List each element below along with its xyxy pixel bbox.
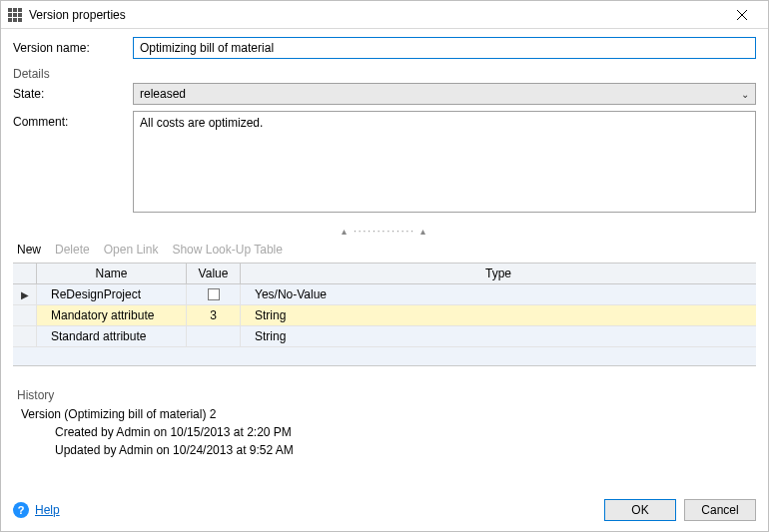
cell-type: String: [241, 326, 756, 346]
ok-button[interactable]: OK: [604, 499, 676, 521]
table-row[interactable]: Standard attributeString: [13, 326, 756, 347]
toolbar-delete: Delete: [55, 243, 90, 257]
grid-header-value[interactable]: Value: [187, 264, 241, 283]
svg-rect-2: [18, 8, 22, 12]
app-icon: [7, 7, 23, 23]
close-icon: [737, 10, 747, 20]
toolbar-open-link: Open Link: [104, 243, 159, 257]
grid-toolbar: New Delete Open Link Show Look-Up Table: [13, 239, 756, 263]
svg-rect-1: [13, 8, 17, 12]
state-select[interactable]: released ⌄: [133, 83, 756, 105]
chevron-down-icon: ⌄: [741, 89, 749, 100]
row-indicator: [13, 305, 37, 325]
help-icon: ?: [13, 502, 29, 518]
cell-name[interactable]: ReDesignProject: [37, 284, 187, 304]
svg-rect-3: [8, 13, 12, 17]
version-name-label: Version name:: [13, 37, 133, 55]
toolbar-lookup: Show Look-Up Table: [172, 243, 283, 257]
cell-type: String: [241, 305, 756, 325]
table-row[interactable]: ▶ReDesignProjectYes/No-Value: [13, 284, 756, 305]
splitter-handle[interactable]: ▴ ············· ▴: [13, 222, 756, 239]
cell-value[interactable]: [187, 326, 241, 346]
cell-type: Yes/No-Value: [241, 284, 756, 304]
checkbox-icon[interactable]: [208, 288, 220, 300]
close-button[interactable]: [722, 1, 762, 29]
history-title: History: [17, 388, 752, 402]
row-indicator: ▶: [13, 284, 37, 304]
history-updated: Updated by Admin on 10/24/2013 at 9:52 A…: [55, 441, 752, 459]
svg-rect-5: [18, 13, 22, 17]
help-link[interactable]: Help: [35, 503, 60, 517]
grid-header-type[interactable]: Type: [241, 264, 756, 283]
details-section-label: Details: [13, 67, 756, 81]
svg-rect-6: [8, 18, 12, 22]
grid-header-rowselector: [13, 264, 37, 283]
version-name-input[interactable]: [133, 37, 756, 59]
svg-rect-8: [18, 18, 22, 22]
history-section: History Version (Optimizing bill of mate…: [13, 388, 756, 459]
window-title: Version properties: [29, 8, 722, 22]
cancel-button[interactable]: Cancel: [684, 499, 756, 521]
history-created: Created by Admin on 10/15/2013 at 2:20 P…: [55, 423, 752, 441]
state-label: State:: [13, 83, 133, 101]
cell-value[interactable]: [187, 284, 241, 304]
cell-value[interactable]: 3: [187, 305, 241, 325]
svg-rect-7: [13, 18, 17, 22]
attributes-grid: Name Value Type ▶ReDesignProjectYes/No-V…: [13, 263, 756, 366]
dialog-footer: ? Help OK Cancel: [1, 491, 768, 531]
state-value: released: [140, 87, 186, 101]
toolbar-new[interactable]: New: [17, 243, 41, 257]
row-indicator: [13, 326, 37, 346]
svg-rect-0: [8, 8, 12, 12]
svg-rect-4: [13, 13, 17, 17]
history-version-line: Version (Optimizing bill of material) 2: [21, 405, 752, 423]
table-row[interactable]: Mandatory attribute3String: [13, 305, 756, 326]
grid-header-name[interactable]: Name: [37, 264, 187, 283]
comment-label: Comment:: [13, 111, 133, 129]
cell-name[interactable]: Mandatory attribute: [37, 305, 187, 325]
cell-name[interactable]: Standard attribute: [37, 326, 187, 346]
grid-header: Name Value Type: [13, 264, 756, 284]
comment-textarea[interactable]: [133, 111, 756, 213]
title-bar: Version properties: [1, 1, 768, 29]
grid-empty-area: [13, 347, 756, 365]
